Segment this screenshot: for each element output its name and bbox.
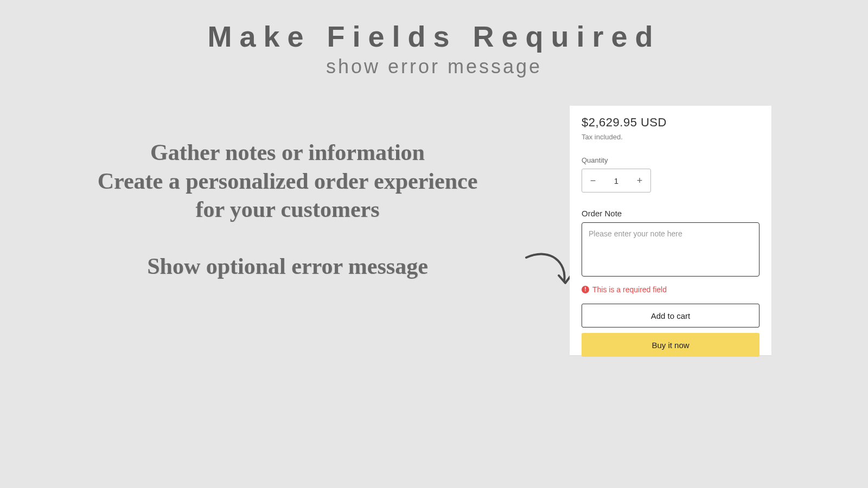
buy-now-button[interactable]: Buy it now <box>582 333 760 357</box>
marketing-line-4: Show optional error message <box>0 252 575 281</box>
error-icon: ! <box>582 286 589 293</box>
quantity-stepper[interactable]: − 1 + <box>582 169 651 192</box>
marketing-line-2: Create a personalized order experience <box>0 167 575 196</box>
page-subtitle: show error message <box>0 55 868 78</box>
marketing-line-3: for your customers <box>0 195 575 224</box>
marketing-line-1: Gather notes or information <box>0 138 575 167</box>
error-message: ! This is a required field <box>582 285 760 294</box>
error-text: This is a required field <box>592 285 667 294</box>
price-text: $2,629.95 USD <box>582 115 760 130</box>
add-to-cart-button[interactable]: Add to cart <box>582 304 760 328</box>
tax-note: Tax included. <box>582 133 760 141</box>
quantity-decrease-button[interactable]: − <box>589 176 597 185</box>
quantity-increase-button[interactable]: + <box>635 176 644 185</box>
order-note-label: Order Note <box>582 209 760 218</box>
quantity-label: Quantity <box>582 156 760 164</box>
product-card: $2,629.95 USD Tax included. Quantity − 1… <box>570 106 771 355</box>
quantity-value: 1 <box>614 176 618 185</box>
order-note-input[interactable] <box>582 222 760 277</box>
page-title: Make Fields Required <box>0 20 868 53</box>
marketing-copy: Gather notes or information Create a per… <box>0 138 575 280</box>
